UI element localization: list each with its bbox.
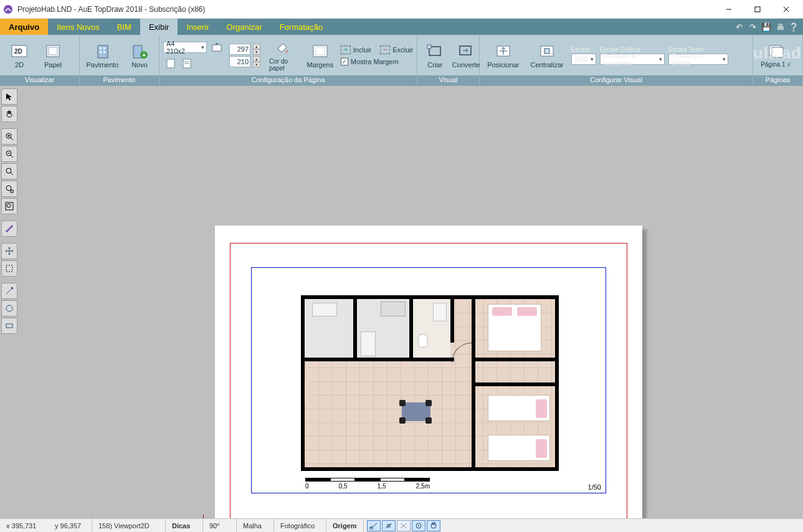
page-width-input[interactable]: 297 — [229, 44, 250, 55]
tool-measure[interactable] — [1, 221, 17, 237]
quick-access: ↶ ↷ 💾 🖶 ❔ — [733, 19, 803, 35]
svg-rect-18 — [167, 59, 174, 68]
snap-endpoint-icon[interactable] — [367, 520, 381, 531]
tab-organizar[interactable]: Organizar — [218, 19, 271, 35]
tool-pointer[interactable] — [1, 88, 17, 105]
pages-icon — [766, 42, 785, 60]
redo-icon[interactable]: ↷ — [747, 21, 758, 32]
lbl-escala: Escala — [571, 46, 596, 53]
svg-rect-31 — [772, 47, 783, 57]
chk-mostra-margem[interactable]: ✓ Mostra Margem — [341, 58, 413, 65]
svg-rect-12 — [100, 51, 102, 53]
checkbox-icon: ✓ — [341, 58, 348, 65]
svg-rect-49 — [6, 324, 12, 328]
snap-intersection-icon[interactable] — [397, 520, 411, 531]
btn-pavimento[interactable]: Pavimento — [83, 38, 121, 73]
btn-incluir[interactable]: +Incluir — [341, 45, 371, 54]
dd-escala-texto[interactable]: Embaixo a direita — [668, 54, 728, 65]
svg-point-58 — [431, 523, 436, 528]
tool-zoom-out[interactable] — [1, 146, 17, 162]
tool-select-area[interactable] — [1, 260, 17, 277]
tab-bim[interactable]: BIM — [108, 19, 140, 35]
svg-line-52 — [386, 523, 392, 528]
create-viewport-icon — [425, 42, 444, 60]
close-button[interactable] — [772, 0, 801, 19]
status-angle[interactable]: 90º — [203, 519, 237, 532]
status-foto[interactable]: Fotográfico — [274, 519, 326, 532]
paper-size-dropdown[interactable]: A4 210x2 — [163, 42, 207, 53]
print-icon[interactable]: 🖶 — [774, 21, 786, 32]
tab-formatacao[interactable]: Formatação — [271, 19, 331, 35]
app-icon — [2, 4, 14, 15]
svg-rect-45 — [6, 265, 12, 272]
svg-line-40 — [11, 173, 13, 175]
orientation-toggle-icon[interactable] — [209, 40, 224, 55]
dd-escala[interactable]: 1/50 — [571, 54, 596, 65]
width-spinner[interactable]: ▴▾ — [253, 44, 260, 55]
tool-line[interactable] — [1, 283, 17, 299]
save-icon[interactable]: 💾 — [761, 21, 772, 32]
btn-2d[interactable]: 2D 2D — [4, 38, 35, 73]
svg-text:+: + — [142, 51, 146, 59]
tool-circle[interactable] — [1, 300, 17, 316]
tool-pan[interactable] — [1, 106, 17, 122]
btn-papel[interactable]: Papel — [37, 38, 69, 73]
group-label-pagina: Configuração da Página — [159, 75, 417, 85]
tab-arquivo[interactable]: Arquivo — [0, 19, 48, 35]
btn-criar[interactable]: Criar — [421, 38, 449, 73]
undo-icon[interactable]: ↶ — [733, 21, 744, 32]
svg-rect-10 — [100, 47, 102, 49]
btn-cor-do-papel[interactable]: Cor do papel — [265, 38, 300, 73]
svg-point-39 — [6, 168, 11, 173]
btn-excluir[interactable]: −Excluir — [380, 45, 413, 54]
page-height-input[interactable]: 210 — [229, 56, 250, 67]
snap-quadrant-icon[interactable] — [427, 520, 440, 531]
group-label-config-visual: Configurar Visual — [480, 75, 753, 85]
status-y: y 96,357 — [49, 519, 92, 532]
tool-zoom-in[interactable] — [1, 128, 17, 145]
btn-posicionar[interactable]: Posicionar — [483, 38, 523, 73]
work-area: 0 0,5 1,5 2,5m 1/50 — [0, 86, 803, 518]
svg-point-44 — [7, 204, 11, 207]
tab-itens-novos[interactable]: Itens Novos — [48, 19, 108, 35]
dd-escala-grafica[interactable]: Embaixo a esquerda — [600, 54, 665, 65]
svg-point-0 — [4, 5, 12, 14]
group-pavimento: Pavimento + Novo Pavimento — [80, 35, 159, 85]
tab-inserir[interactable]: Inserir — [178, 19, 217, 35]
btn-converte[interactable]: Converte — [451, 38, 481, 73]
minimize-button[interactable] — [715, 0, 743, 19]
position-icon — [494, 42, 513, 60]
tool-rectangle[interactable] — [1, 318, 17, 334]
btn-novo[interactable]: + Novo — [124, 38, 155, 73]
group-pagina: A4 210x2 297▴▾ 210▴▾ Cor do papel Margen… — [159, 35, 417, 85]
tool-zoom-extents[interactable] — [1, 181, 17, 197]
svg-rect-11 — [103, 47, 105, 49]
tool-zoom-all[interactable] — [1, 198, 17, 214]
status-malha[interactable]: Malha — [237, 519, 274, 532]
group-label-visualizar: Visualizar — [0, 75, 79, 85]
height-spinner[interactable]: ▴▾ — [253, 56, 260, 67]
btn-centralizar[interactable]: Centralizar — [527, 38, 568, 73]
snap-center-icon[interactable] — [412, 520, 425, 531]
center-icon — [538, 42, 556, 60]
scale-bar: 0 0,5 1,5 2,5m — [305, 478, 430, 490]
tool-move[interactable] — [1, 243, 17, 259]
group-config-visual: Posicionar Centralizar Escala 1/50 Escal… — [480, 35, 753, 85]
page-icon-2[interactable] — [179, 56, 194, 71]
snap-midpoint-icon[interactable] — [382, 520, 396, 531]
btn-paginas[interactable]: Página 1 √ — [757, 38, 794, 73]
svg-line-37 — [11, 155, 13, 158]
ribbon: 2D 2D Papel Visualizar Pavimento + Novo … — [0, 35, 803, 86]
building-icon — [93, 42, 112, 60]
group-visual: Criar Converte Visual — [417, 35, 480, 85]
status-layer[interactable]: 158) Viewport2D — [92, 519, 166, 532]
status-dicas[interactable]: Dicas — [166, 519, 203, 532]
tab-exibir[interactable]: Exibir — [140, 19, 178, 35]
page-icon-1[interactable] — [163, 56, 178, 71]
btn-margens[interactable]: Margens — [305, 38, 336, 73]
status-origem[interactable]: Origem — [326, 519, 364, 532]
help-icon[interactable]: ❔ — [788, 21, 799, 32]
canvas[interactable]: 0 0,5 1,5 2,5m 1/50 — [20, 86, 803, 518]
maximize-button[interactable] — [743, 0, 772, 19]
tool-zoom-window[interactable] — [1, 163, 17, 179]
